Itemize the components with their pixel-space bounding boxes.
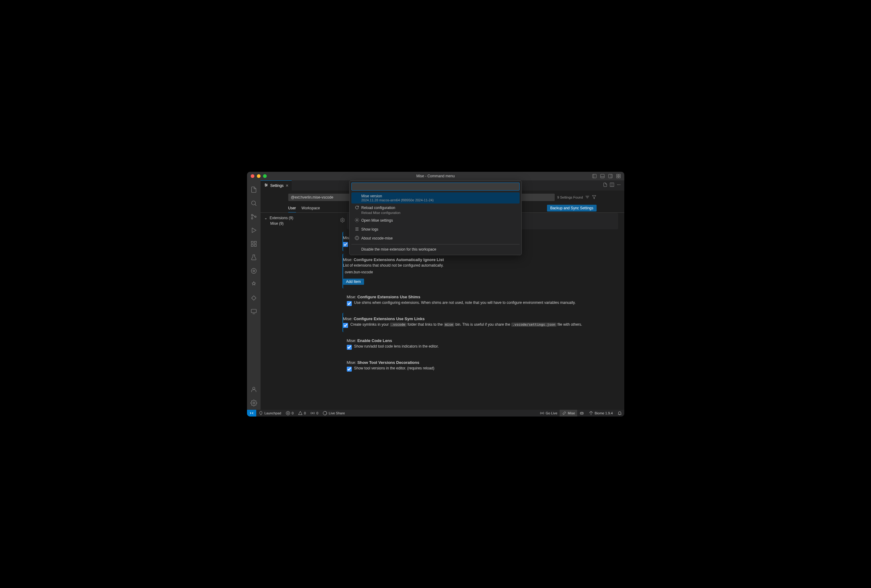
tab-label: Settings xyxy=(271,184,284,188)
palette-input[interactable] xyxy=(352,182,519,191)
customize-layout-icon[interactable] xyxy=(615,173,622,179)
svg-rect-9 xyxy=(619,176,620,178)
settings-found-count: 9 Settings Found xyxy=(557,196,583,199)
testing-icon[interactable] xyxy=(247,251,260,264)
rocket-icon xyxy=(258,411,263,416)
gear-icon[interactable] xyxy=(340,218,345,224)
svg-line-11 xyxy=(255,204,256,206)
warning-icon xyxy=(298,411,303,416)
explorer-icon[interactable] xyxy=(247,183,260,196)
antenna-icon xyxy=(310,411,315,416)
ignore-list-item[interactable]: oven.bun-vscode xyxy=(343,269,618,275)
svg-rect-6 xyxy=(617,174,618,176)
checkbox-configure-auto[interactable] xyxy=(343,242,348,247)
biome-item[interactable]: Biome 1.9.4 xyxy=(587,410,615,416)
svg-point-50 xyxy=(581,413,582,413)
svg-point-14 xyxy=(255,216,256,217)
manage-icon[interactable] xyxy=(247,396,260,410)
status-bar: Launchpad 0 0 0 Live Share Go Live Mise … xyxy=(247,410,624,416)
checkbox-tool-versions[interactable] xyxy=(347,367,352,372)
live-share-status-icon xyxy=(322,411,328,416)
accounts-icon[interactable] xyxy=(247,383,260,396)
activity-bar xyxy=(247,181,260,410)
svg-point-32 xyxy=(265,186,266,187)
scope-user-tab[interactable]: User xyxy=(288,204,296,212)
search-icon[interactable] xyxy=(247,196,260,210)
live-share-icon[interactable] xyxy=(247,291,260,305)
errors-item[interactable]: 0 xyxy=(283,410,296,416)
setting-tool-versions: Mise: Show Tool Versions Decorations Sho… xyxy=(347,357,618,376)
toggle-primary-sidebar-icon[interactable] xyxy=(591,173,598,179)
tools-icon xyxy=(562,411,567,416)
svg-rect-4 xyxy=(609,174,612,178)
checkbox-use-shims[interactable] xyxy=(347,301,352,306)
gear-icon xyxy=(355,218,359,224)
tree-mise[interactable]: Mise (9) xyxy=(260,221,341,226)
run-debug-icon[interactable] xyxy=(247,224,260,237)
go-live-item[interactable]: Go Live xyxy=(537,410,560,416)
svg-point-48 xyxy=(542,412,543,414)
warnings-item[interactable]: 0 xyxy=(296,410,308,416)
tree-extensions[interactable]: ⌄ Extensions (9) xyxy=(260,215,341,221)
source-control-icon[interactable] xyxy=(247,210,260,224)
svg-rect-49 xyxy=(580,412,583,414)
remote-indicator[interactable] xyxy=(247,410,256,416)
filter-icon[interactable] xyxy=(592,194,597,200)
palette-item-reload[interactable]: Reload configuration Reload Mise configu… xyxy=(352,203,519,216)
setting-code-lens: Mise: Enable Code Lens Show run/add tool… xyxy=(347,335,618,354)
svg-point-52 xyxy=(356,219,358,221)
launchpad-item[interactable]: Launchpad xyxy=(256,410,283,416)
mise-status-item[interactable]: Mise xyxy=(560,410,577,416)
toggle-secondary-sidebar-icon[interactable] xyxy=(607,173,614,179)
palette-item-about[interactable]: About vscode-mise xyxy=(352,234,519,243)
palette-item-open-settings[interactable]: Open Mise settings xyxy=(352,216,519,225)
svg-point-42 xyxy=(342,219,343,221)
live-share-item[interactable]: Live Share xyxy=(320,410,347,416)
svg-rect-18 xyxy=(251,244,253,246)
setting-sym-links: Mise: Configure Extensions Use Sym Links… xyxy=(343,313,618,332)
custom-view-1-icon[interactable] xyxy=(247,264,260,278)
toggle-panel-icon[interactable] xyxy=(599,173,606,179)
biome-icon xyxy=(588,411,594,416)
backup-sync-button[interactable]: Backup and Sync Settings xyxy=(547,205,596,212)
svg-point-35 xyxy=(617,184,618,185)
palette-item-show-logs[interactable]: Show logs xyxy=(352,225,519,234)
svg-rect-8 xyxy=(617,176,618,178)
ports-item[interactable]: 0 xyxy=(308,410,320,416)
notifications-item[interactable] xyxy=(615,410,624,416)
palette-item-version[interactable]: Mise version 2024.11.28 macos-arm64 (f88… xyxy=(352,193,519,203)
clear-search-icon[interactable] xyxy=(585,194,590,200)
remote-explorer-icon[interactable] xyxy=(247,305,260,318)
more-actions-icon[interactable] xyxy=(616,182,621,188)
split-editor-icon[interactable] xyxy=(609,182,614,188)
custom-view-2-icon[interactable] xyxy=(247,278,260,291)
open-settings-json-icon[interactable] xyxy=(603,182,608,188)
setting-ignore-list: Mise: Configure Extensions Automatically… xyxy=(343,254,618,288)
settings-icon xyxy=(263,182,269,188)
close-window[interactable] xyxy=(251,174,254,178)
checkbox-code-lens[interactable] xyxy=(347,345,352,350)
svg-point-21 xyxy=(251,268,256,273)
minimize-window[interactable] xyxy=(257,174,260,178)
svg-rect-17 xyxy=(254,241,256,243)
bell-icon xyxy=(617,411,622,416)
svg-point-36 xyxy=(618,184,619,185)
add-item-button[interactable]: Add Item xyxy=(343,279,364,285)
svg-rect-7 xyxy=(619,174,620,176)
extensions-icon[interactable] xyxy=(247,237,260,251)
close-icon[interactable]: ✕ xyxy=(286,184,289,188)
palette-item-disable[interactable]: Disable the mise extension for this work… xyxy=(352,246,519,253)
window-title: Mise - Command menu xyxy=(416,174,455,178)
tab-settings[interactable]: Settings ✕ xyxy=(260,181,292,191)
setting-use-shims: Mise: Configure Extensions Use Shims Use… xyxy=(347,291,618,310)
checkbox-sym-links[interactable] xyxy=(343,323,348,328)
zoom-window[interactable] xyxy=(263,174,267,178)
broadcast-icon xyxy=(540,411,545,416)
svg-point-58 xyxy=(357,237,357,237)
svg-point-13 xyxy=(251,218,253,219)
palette-separator xyxy=(352,244,519,245)
svg-point-46 xyxy=(312,412,313,414)
copilot-item[interactable] xyxy=(577,410,587,416)
scope-workspace-tab[interactable]: Workspace xyxy=(302,204,320,212)
svg-point-10 xyxy=(251,201,255,205)
